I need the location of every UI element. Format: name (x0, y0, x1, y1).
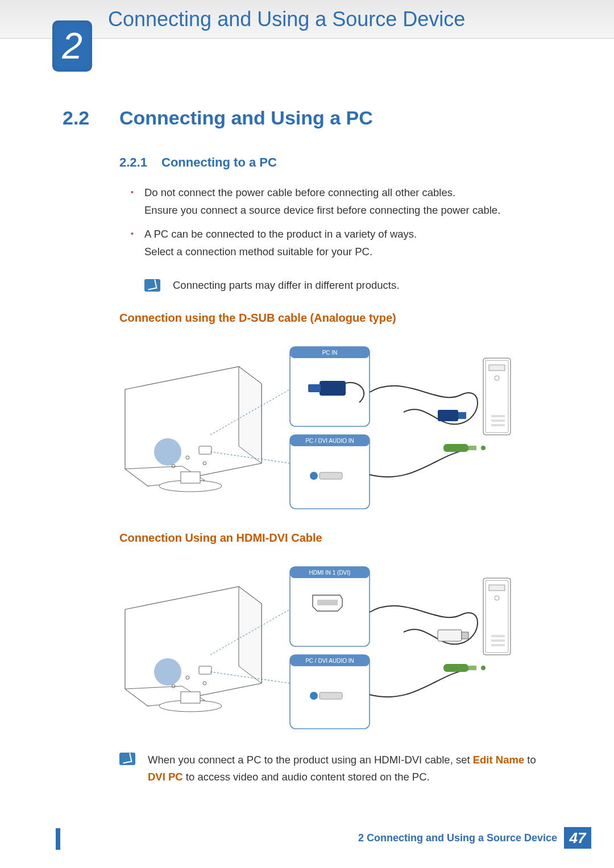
bullet-line: A PC can be connected to the product in … (144, 228, 417, 240)
subsection-heading: 2.2.1 Connecting to a PC (119, 155, 551, 170)
diagram-dsub: PC IN PC / DVI AUDIO IN (119, 338, 551, 514)
connection-heading-dsub: Connection using the D-SUB cable (Analog… (119, 312, 551, 325)
svg-point-2 (154, 438, 181, 466)
section-title: Connecting and Using a PC (119, 107, 373, 129)
bullet-list: • Do not connect the power cable before … (131, 184, 551, 261)
note-highlight: Edit Name (473, 754, 524, 766)
note-icon (119, 753, 135, 765)
svg-rect-32 (199, 666, 211, 674)
chapter-title: Connecting and Using a Source Device (108, 7, 465, 31)
svg-rect-27 (491, 420, 505, 422)
header-band: 2 Connecting and Using a Source Device (0, 0, 614, 39)
note-text: When you connect a PC to the product usi… (148, 751, 551, 785)
bullet-line: Do not connect the power cable before co… (144, 186, 455, 198)
chapter-number-badge: 2 (52, 20, 92, 72)
svg-rect-24 (489, 365, 505, 371)
bullet-icon: • (131, 184, 144, 219)
list-item: • Do not connect the power cable before … (131, 184, 551, 219)
info-note: Connecting parts may differ in different… (144, 277, 551, 294)
note-text-part: When you connect a PC to the product usi… (148, 754, 473, 766)
page-content: 2.2 Connecting and Using a PC 2.2.1 Conn… (0, 39, 614, 786)
svg-point-15 (310, 472, 318, 480)
list-item: • A PC can be connected to the product i… (131, 225, 551, 261)
port-label-audio: PC / DVI AUDIO IN (305, 438, 354, 444)
section-heading: 2.2 Connecting and Using a PC (63, 107, 551, 129)
port-label-pcin: PC IN (322, 350, 338, 356)
bullet-line: Select a connection method suitable for … (144, 246, 372, 258)
bullet-text: Do not connect the power cable before co… (144, 184, 551, 219)
svg-rect-3 (199, 446, 211, 454)
note-highlight: DVI PC (148, 771, 183, 783)
port-label-audio2: PC / DVI AUDIO IN (305, 658, 354, 664)
connection-heading-hdmidvi: Connection Using an HDMI-DVI Cable (119, 531, 551, 545)
svg-point-43 (310, 692, 318, 700)
svg-rect-12 (308, 384, 321, 392)
svg-rect-19 (443, 444, 468, 452)
svg-rect-48 (468, 666, 476, 670)
note-text: Connecting parts may differ in different… (173, 277, 399, 294)
svg-rect-45 (438, 630, 462, 641)
svg-rect-44 (320, 692, 342, 699)
svg-rect-40 (317, 600, 338, 605)
svg-rect-28 (491, 424, 505, 426)
bullet-icon: • (131, 225, 144, 261)
svg-rect-11 (320, 381, 346, 396)
note-text-part: to (524, 754, 536, 766)
page-footer: 2 Connecting and Using a Source Device 4… (0, 826, 614, 850)
svg-rect-1 (181, 472, 200, 483)
subsection-number: 2.2.1 (119, 155, 161, 170)
svg-rect-20 (468, 446, 476, 450)
info-note: When you connect a PC to the product usi… (119, 751, 551, 785)
note-text-part: to access video and audio content stored… (183, 771, 430, 783)
footer-chapter-ref: 2 Connecting and Using a Source Device (358, 832, 557, 844)
svg-point-31 (154, 658, 181, 686)
svg-rect-47 (443, 664, 468, 672)
subsection-title: Connecting to a PC (161, 155, 277, 170)
page-number: 47 (564, 827, 591, 849)
svg-rect-52 (489, 585, 505, 591)
footer-stripe-icon (56, 828, 60, 850)
svg-rect-16 (320, 472, 342, 479)
svg-point-49 (481, 666, 486, 670)
diagram-hdmidvi: HDMI IN 1 (DVI) PC / DVI AUDIO IN (119, 558, 551, 734)
bullet-text: A PC can be connected to the product in … (144, 225, 551, 261)
svg-rect-56 (491, 644, 505, 646)
svg-rect-30 (181, 692, 200, 703)
svg-rect-18 (458, 412, 466, 419)
section-number: 2.2 (63, 107, 119, 129)
note-icon (144, 279, 160, 292)
svg-rect-55 (491, 639, 505, 642)
svg-rect-46 (462, 632, 468, 639)
svg-point-21 (481, 446, 486, 450)
port-label-hdmi: HDMI IN 1 (DVI) (309, 570, 351, 576)
bullet-line: Ensure you connect a source device first… (144, 204, 500, 216)
svg-rect-17 (438, 410, 458, 421)
svg-rect-26 (491, 415, 505, 417)
svg-rect-54 (491, 635, 505, 637)
